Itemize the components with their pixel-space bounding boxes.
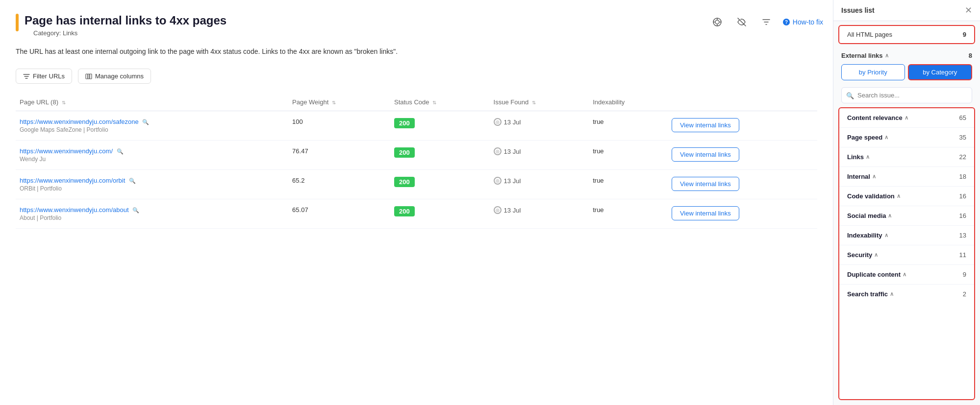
page-url-link[interactable]: https://www.wenxinwendyju.com/about	[20, 206, 129, 214]
category-count: 16	[959, 192, 966, 200]
page-url-link[interactable]: https://www.wenxinwendyju.com/orbit	[20, 177, 125, 184]
url-search-icon[interactable]: 🔍	[129, 178, 136, 184]
issue-circle-icon: ◎	[494, 177, 502, 185]
chevron-icon: ∧	[884, 134, 888, 141]
category-count: 35	[959, 134, 966, 141]
funnel-icon	[761, 17, 771, 27]
category-count: 22	[959, 153, 966, 161]
category-row[interactable]: Content relevance ∧ 65	[839, 108, 974, 128]
col-page-url[interactable]: Page URL (8) ⇅	[16, 94, 288, 111]
svg-rect-10	[90, 74, 92, 79]
status-badge: 200	[394, 118, 415, 128]
category-label: Content relevance ∧	[847, 114, 908, 121]
category-row[interactable]: Code validation ∧ 16	[839, 187, 974, 206]
view-internal-links-button[interactable]: View internal links	[672, 118, 739, 132]
target-icon-btn[interactable]	[709, 14, 726, 30]
indexability-cell: true	[589, 199, 668, 229]
issue-circle-icon: ◎	[494, 118, 502, 126]
filter-icon	[23, 73, 30, 80]
external-links-label: External links ∧	[841, 52, 889, 59]
table-row: https://www.wenxinwendyju.com/ 🔍 Wendy J…	[16, 141, 817, 170]
url-search-icon[interactable]: 🔍	[132, 207, 139, 213]
category-label: Internal ∧	[847, 173, 876, 180]
view-internal-links-button[interactable]: View internal links	[672, 147, 739, 162]
chevron-icon: ∧	[903, 271, 906, 278]
category-row[interactable]: Indexability ∧ 13	[839, 226, 974, 245]
sort-icon-url: ⇅	[62, 100, 66, 105]
col-status-code[interactable]: Status Code ⇅	[390, 94, 490, 111]
url-subtitle: ORBit | Portfolio	[20, 185, 284, 192]
category-row[interactable]: Search traffic ∧ 2	[839, 285, 974, 304]
indexability-cell: true	[589, 170, 668, 199]
status-code-cell: 200	[390, 170, 490, 199]
issue-found-date: 13 Jul	[504, 119, 521, 126]
page-url-link[interactable]: https://www.wenxinwendyju.com/	[20, 147, 113, 155]
url-search-icon[interactable]: 🔍	[117, 148, 124, 154]
issue-found-date: 13 Jul	[504, 207, 521, 214]
view-internal-links-button[interactable]: View internal links	[672, 206, 739, 220]
funnel-icon-btn[interactable]	[758, 14, 775, 30]
action-cell: View internal links	[668, 141, 817, 170]
search-icon: 🔍	[846, 92, 854, 99]
col-page-weight[interactable]: Page Weight ⇅	[288, 94, 390, 111]
search-wrapper: 🔍	[833, 84, 980, 107]
chevron-icon: ∧	[884, 232, 888, 238]
by-priority-button[interactable]: by Priority	[841, 64, 905, 80]
category-row[interactable]: Security ∧ 11	[839, 245, 974, 265]
action-cell: View internal links	[668, 111, 817, 141]
title-accent-bar	[16, 14, 19, 31]
issue-circle-icon: ◎	[494, 206, 502, 214]
table-header-row: Page URL (8) ⇅ Page Weight ⇅ Status Code…	[16, 94, 817, 111]
how-to-fix-link[interactable]: ? How-to fix	[782, 18, 823, 26]
top-icons-bar: ? How-to fix	[709, 14, 823, 30]
eyeoff-icon-btn[interactable]	[733, 14, 750, 30]
col-indexability: Indexability	[589, 94, 668, 111]
category-count: 2	[963, 290, 966, 298]
question-icon: ?	[782, 18, 790, 26]
panel-close-button[interactable]: ✕	[965, 6, 972, 15]
url-subtitle: About | Portfolio	[20, 214, 284, 221]
category-row[interactable]: Social media ∧ 16	[839, 206, 974, 226]
svg-point-1	[715, 20, 719, 24]
category-row[interactable]: Internal ∧ 18	[839, 167, 974, 187]
filter-urls-button[interactable]: Filter URLs	[16, 69, 72, 84]
issues-panel: Issues list ✕ All HTML pages 9 External …	[833, 0, 980, 405]
chevron-icon: ∧	[905, 115, 908, 121]
search-input[interactable]	[841, 87, 972, 103]
status-code-cell: 200	[390, 199, 490, 229]
issue-found-cell: ◎ 13 Jul	[490, 141, 589, 170]
category-row[interactable]: Duplicate content ∧ 9	[839, 265, 974, 285]
page-weight-cell: 100	[288, 111, 390, 141]
category-label: Indexability ∧	[847, 232, 888, 239]
category-row[interactable]: Page speed ∧ 35	[839, 128, 974, 147]
page-url-link[interactable]: https://www.wenxinwendyju.com/safezone	[20, 118, 139, 125]
sort-icon-issue: ⇅	[532, 100, 536, 105]
status-code-cell: 200	[390, 141, 490, 170]
category-label: Search traffic ∧	[847, 290, 894, 298]
category-label: Category: Links	[33, 29, 226, 37]
category-count: 16	[959, 212, 966, 219]
view-internal-links-button[interactable]: View internal links	[672, 177, 739, 191]
action-cell: View internal links	[668, 170, 817, 199]
url-search-icon[interactable]: 🔍	[142, 119, 149, 125]
all-pages-row[interactable]: All HTML pages 9	[838, 25, 975, 44]
issue-circle-icon: ◎	[494, 147, 502, 155]
manage-columns-button[interactable]: Manage columns	[78, 69, 151, 84]
eyeoff-icon	[737, 17, 747, 27]
chevron-icon: ∧	[897, 193, 901, 199]
category-count: 18	[959, 173, 966, 180]
data-table: Page URL (8) ⇅ Page Weight ⇅ Status Code…	[16, 94, 817, 229]
category-row[interactable]: Links ∧ 22	[839, 147, 974, 167]
by-category-button[interactable]: by Category	[908, 64, 973, 80]
category-count: 11	[959, 251, 966, 259]
issue-found-date: 13 Jul	[504, 177, 521, 185]
issues-categories-list: Content relevance ∧ 65 Page speed ∧ 35 L…	[838, 107, 975, 400]
chevron-icon: ∧	[874, 252, 878, 258]
page-title: Page has internal links to 4xx pages	[25, 14, 226, 27]
issue-found-cell: ◎ 13 Jul	[490, 170, 589, 199]
all-pages-label: All HTML pages	[847, 31, 892, 38]
issue-found-cell: ◎ 13 Jul	[490, 199, 589, 229]
col-issue-found[interactable]: Issue Found ⇅	[490, 94, 589, 111]
page-weight-cell: 76.47	[288, 141, 390, 170]
action-cell: View internal links	[668, 199, 817, 229]
